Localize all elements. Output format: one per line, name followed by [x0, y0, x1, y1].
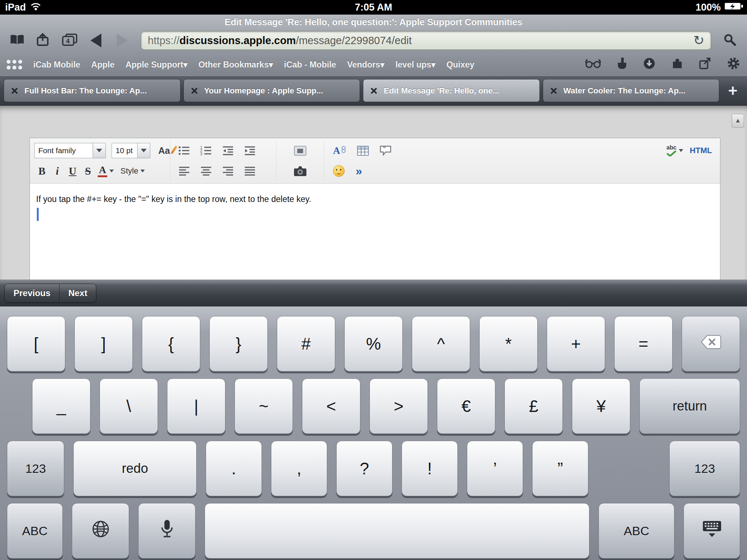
align-center-button[interactable]: [200, 166, 212, 176]
key-plus[interactable]: +: [547, 316, 605, 372]
tab-edit-message-active[interactable]: Edit Message 'Re: Hello, one...: [363, 79, 540, 102]
close-icon[interactable]: [9, 85, 20, 96]
bookmark-icab-mobile-2[interactable]: iCab - Mobile: [284, 60, 336, 70]
numbered-list-button[interactable]: 123: [200, 146, 212, 155]
key-caret[interactable]: ^: [412, 316, 470, 372]
html-button[interactable]: HTML: [690, 146, 712, 155]
bookmark-apple[interactable]: Apple: [91, 60, 115, 70]
key-close-brace[interactable]: }: [209, 316, 268, 372]
camera-button[interactable]: [294, 166, 307, 176]
pointer-hand-icon[interactable]: [617, 58, 627, 71]
tabs-overview-button[interactable]: 4: [58, 30, 82, 51]
back-button[interactable]: [84, 30, 108, 51]
tab-full-host-bar[interactable]: Full Host Bar: The Lounge: Ap...: [4, 79, 181, 102]
new-tab-button[interactable]: +: [722, 79, 743, 102]
insert-table-button[interactable]: [357, 146, 369, 156]
settings-gear-icon[interactable]: [727, 57, 740, 73]
next-field-button[interactable]: Next: [59, 284, 96, 302]
insert-link-button[interactable]: A: [333, 145, 346, 156]
font-size-select[interactable]: 10 pt: [112, 143, 150, 158]
insert-image-button[interactable]: [294, 146, 306, 156]
bookmark-quixey[interactable]: Quixey: [446, 60, 475, 70]
previous-field-button[interactable]: Previous: [5, 284, 59, 302]
bold-button[interactable]: B: [34, 165, 50, 177]
modules-box-icon[interactable]: [699, 57, 711, 72]
tab-your-homepage[interactable]: Your Homepage : Apple Supp...: [183, 79, 360, 102]
key-abc-right[interactable]: ABC: [599, 503, 674, 559]
bookmark-level-ups[interactable]: level ups▾: [395, 60, 436, 70]
editor-body[interactable]: If you tap the #+= key - the "=" key is …: [30, 184, 720, 221]
font-color-button[interactable]: A: [98, 165, 114, 177]
apps-grid-icon[interactable]: [7, 60, 22, 70]
key-less-than[interactable]: <: [302, 378, 360, 434]
outdent-button[interactable]: [222, 146, 234, 156]
align-right-button[interactable]: [222, 166, 234, 176]
share-button[interactable]: [31, 30, 55, 51]
onscreen-keyboard: [ ] { } # % ^ * + = _ \ | ~ < > € £ ¥ re…: [0, 306, 747, 560]
key-globe[interactable]: [72, 503, 129, 559]
bookmark-other-bookmarks[interactable]: Other Bookmarks▾: [198, 60, 273, 70]
reader-glasses-icon[interactable]: [584, 59, 602, 70]
key-backslash[interactable]: \: [100, 378, 158, 434]
key-dictation[interactable]: [138, 503, 196, 559]
key-open-brace[interactable]: {: [142, 316, 200, 372]
key-close-bracket[interactable]: ]: [74, 316, 133, 372]
forward-button[interactable]: [110, 30, 134, 51]
key-apostrophe[interactable]: ’: [467, 441, 523, 496]
key-euro[interactable]: €: [437, 378, 495, 434]
key-pipe[interactable]: |: [167, 378, 225, 434]
key-equals[interactable]: =: [614, 316, 673, 372]
key-tilde[interactable]: ~: [235, 378, 293, 434]
spellcheck-button[interactable]: abc: [666, 145, 683, 156]
plugins-puzzle-icon[interactable]: [671, 57, 684, 72]
italic-button[interactable]: i: [50, 165, 65, 177]
emoji-button[interactable]: [333, 165, 345, 177]
key-backspace[interactable]: [682, 316, 740, 372]
key-123-left[interactable]: 123: [7, 441, 64, 496]
key-asterisk[interactable]: *: [479, 316, 538, 372]
align-justify-button[interactable]: [244, 166, 256, 176]
key-double-quote[interactable]: ”: [532, 441, 588, 496]
url-scheme: https://: [148, 35, 179, 47]
close-icon[interactable]: [548, 85, 559, 96]
key-percent[interactable]: %: [344, 316, 403, 372]
style-select[interactable]: Style: [120, 166, 145, 176]
key-greater-than[interactable]: >: [369, 378, 428, 434]
key-open-bracket[interactable]: [: [7, 316, 65, 372]
scroll-up-button[interactable]: ▲: [732, 114, 744, 128]
key-redo[interactable]: redo: [73, 441, 197, 496]
key-exclamation[interactable]: !: [402, 441, 458, 496]
close-icon[interactable]: [368, 85, 379, 96]
key-space[interactable]: [205, 503, 589, 559]
underline-button[interactable]: U: [65, 165, 80, 177]
key-pound-sterling[interactable]: £: [504, 378, 563, 434]
downloads-icon[interactable]: [643, 57, 656, 72]
bookmarks-button[interactable]: [5, 30, 29, 51]
clear-formatting-button[interactable]: Aa: [158, 145, 170, 156]
bookmark-icab-mobile[interactable]: iCab Mobile: [33, 60, 80, 70]
insert-quote-button[interactable]: ": [380, 145, 391, 156]
strikethrough-button[interactable]: S: [80, 165, 96, 177]
address-bar[interactable]: https://discussions.apple.com/message/22…: [141, 31, 711, 50]
key-hash[interactable]: #: [277, 316, 335, 372]
bookmark-apple-support[interactable]: Apple Support▾: [125, 60, 187, 70]
font-family-select[interactable]: Font family: [34, 143, 106, 158]
key-comma[interactable]: ,: [271, 441, 327, 496]
reload-button[interactable]: ↻: [693, 34, 704, 47]
key-yen[interactable]: ¥: [572, 378, 630, 434]
key-question[interactable]: ?: [336, 441, 392, 496]
align-left-button[interactable]: [178, 166, 190, 176]
key-return[interactable]: return: [639, 378, 740, 434]
key-123-right[interactable]: 123: [669, 441, 740, 496]
bullet-list-button[interactable]: [178, 146, 190, 155]
more-tools-button[interactable]: »: [356, 165, 362, 177]
key-dismiss-keyboard[interactable]: [684, 503, 740, 559]
search-button[interactable]: [718, 30, 742, 51]
key-abc-left[interactable]: ABC: [7, 503, 63, 559]
bookmark-vendors[interactable]: Vendors▾: [347, 60, 384, 70]
key-underscore[interactable]: _: [32, 378, 90, 434]
tab-water-cooler[interactable]: Water Cooler: The Lounge: Ap...: [543, 79, 720, 102]
close-icon[interactable]: [189, 85, 200, 96]
indent-button[interactable]: [244, 146, 256, 156]
key-period[interactable]: .: [206, 441, 262, 496]
